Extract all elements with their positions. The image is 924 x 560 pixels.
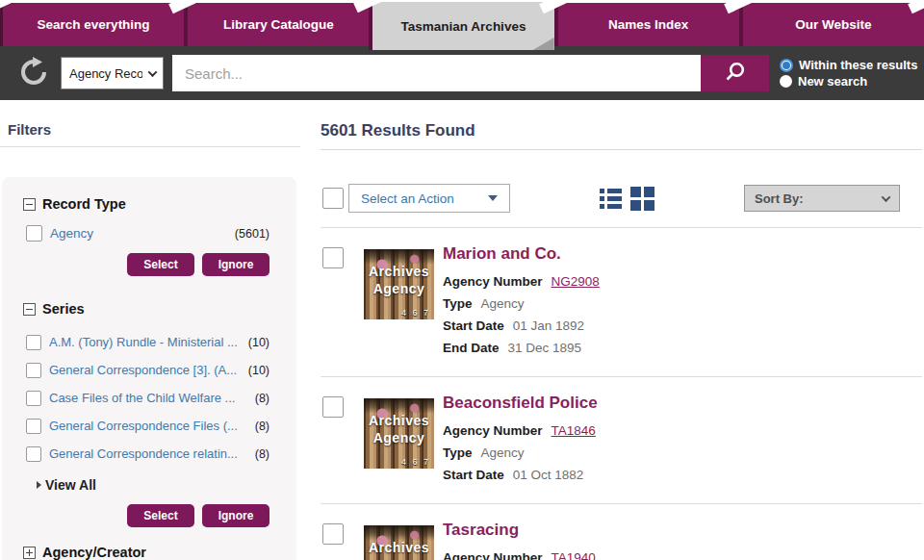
agency-number-link[interactable]: NG2908 bbox=[552, 274, 600, 289]
field-start-date: Start Date 01 Jan 1892 bbox=[443, 315, 600, 337]
divider bbox=[0, 146, 300, 147]
search-icon bbox=[723, 60, 748, 88]
series-group: Series A.M. (Tony) Rundle - Ministerial … bbox=[23, 301, 281, 527]
field-label: End Date bbox=[443, 341, 500, 355]
facet-count: (8) bbox=[255, 392, 281, 405]
agency-number-link[interactable]: TA1940 bbox=[552, 550, 596, 560]
thumbnail-text: Agency bbox=[364, 281, 434, 296]
radio-unselected-icon bbox=[780, 75, 792, 88]
series-checkbox[interactable] bbox=[26, 419, 41, 434]
record-type-buttons: Select Ignore bbox=[23, 253, 281, 276]
thumbnail-text: Agency bbox=[364, 430, 434, 445]
sort-by-dropdown[interactable]: Sort By: bbox=[744, 185, 900, 212]
series-checkbox[interactable] bbox=[26, 335, 41, 350]
agency-number-link[interactable]: TA1846 bbox=[552, 423, 596, 438]
search-button[interactable] bbox=[701, 55, 769, 91]
result-details: Tasracing Agency Number TA1940 bbox=[443, 520, 596, 560]
tab-label: Library Catalogue bbox=[223, 17, 334, 32]
tab-names-index[interactable]: Names Index bbox=[554, 3, 739, 46]
radio-label: New search bbox=[798, 74, 867, 89]
result-checkbox[interactable] bbox=[322, 523, 344, 545]
series-link[interactable]: General Correspondence Files (... bbox=[49, 419, 238, 433]
field-agency-number: Agency Number TA1846 bbox=[443, 420, 598, 442]
thumbnail-text: Archives bbox=[364, 264, 434, 279]
ignore-button[interactable]: Ignore bbox=[202, 504, 270, 527]
tab-label: Search everything bbox=[38, 17, 150, 32]
series-row: Case Files of the Child Welfare ... (8) bbox=[26, 384, 281, 412]
tab-tasmanian-archives[interactable]: Tasmanian Archives bbox=[369, 2, 553, 50]
search-input[interactable] bbox=[172, 55, 701, 91]
radio-new-search[interactable]: New search bbox=[780, 74, 917, 89]
facet-count: (10) bbox=[248, 336, 281, 349]
series-row: A.M. (Tony) Rundle - Ministerial ... (10… bbox=[26, 328, 281, 356]
series-header[interactable]: Series bbox=[23, 301, 281, 317]
result-row: Archives Agency 4 6 7 Beaconsfield Polic… bbox=[321, 376, 922, 503]
dropdown-arrow-icon bbox=[488, 195, 498, 201]
series-buttons: Select Ignore bbox=[23, 504, 281, 527]
facet-count: (10) bbox=[248, 364, 281, 377]
chevron-down-icon bbox=[882, 192, 891, 202]
result-checkbox[interactable] bbox=[322, 396, 344, 418]
facet-count: (8) bbox=[255, 420, 281, 433]
field-value: 01 Oct 1882 bbox=[513, 468, 584, 482]
series-link[interactable]: Case Files of the Child Welfare ... bbox=[49, 391, 235, 405]
field-label: Agency Number bbox=[443, 274, 543, 289]
results-count-heading: 5601 Results Found bbox=[321, 121, 922, 140]
series-checkbox[interactable] bbox=[26, 391, 41, 406]
field-end-date: End Date 31 Dec 1895 bbox=[443, 337, 600, 359]
series-link[interactable]: General Correspondence [3]. (A... bbox=[49, 363, 237, 377]
result-details: Marion and Co. Agency Number NG2908 Type… bbox=[443, 243, 600, 359]
series-link[interactable]: A.M. (Tony) Rundle - Ministerial ... bbox=[49, 335, 238, 349]
select-button[interactable]: Select bbox=[127, 253, 194, 276]
thumbnail-digits: 4 6 7 bbox=[401, 308, 430, 318]
search-scope-radios: Within these results New search bbox=[780, 56, 917, 90]
tab-label: Names Index bbox=[608, 17, 688, 32]
action-dropdown-value: Select an Action bbox=[361, 191, 454, 206]
series-row: General Correspondence relatin... (8) bbox=[26, 440, 281, 468]
agency-creator-heading: Agency/Creator bbox=[42, 545, 146, 560]
result-thumbnail[interactable]: Archives Agency 4 6 7 bbox=[364, 398, 434, 469]
search-category-select[interactable]: Agency Records bbox=[61, 57, 164, 89]
field-agency-number: Agency Number NG2908 bbox=[443, 270, 600, 293]
result-thumbnail[interactable]: Archives Agency 4 6 7 bbox=[364, 249, 434, 319]
agency-creator-header[interactable]: Agency/Creator bbox=[23, 545, 281, 560]
series-link[interactable]: General Correspondence relatin... bbox=[49, 446, 238, 461]
action-dropdown[interactable]: Select an Action bbox=[348, 184, 510, 213]
field-value: 31 Dec 1895 bbox=[508, 341, 582, 355]
collapse-icon[interactable] bbox=[23, 198, 36, 211]
series-checkbox[interactable] bbox=[26, 446, 41, 462]
thumbnail-text: Archives bbox=[364, 413, 434, 428]
result-thumbnail[interactable]: Archives Agency bbox=[364, 525, 434, 560]
filters-panel: Filters Record Type Agency (5601) Select… bbox=[0, 100, 306, 147]
tab-search-everything[interactable]: Search everything bbox=[0, 3, 184, 46]
result-title-link[interactable]: Tasracing bbox=[443, 520, 596, 541]
radio-within-results[interactable]: Within these results bbox=[780, 58, 917, 72]
list-view-icon[interactable] bbox=[600, 189, 622, 209]
field-start-date: Start Date 01 Oct 1882 bbox=[443, 464, 598, 486]
ignore-button[interactable]: Ignore bbox=[202, 253, 270, 276]
series-checkbox[interactable] bbox=[26, 363, 41, 378]
tab-library-catalogue[interactable]: Library Catalogue bbox=[184, 3, 369, 46]
view-all-link[interactable]: View All bbox=[37, 477, 281, 493]
record-type-heading: Record Type bbox=[42, 196, 126, 212]
result-title-link[interactable]: Marion and Co. bbox=[443, 243, 600, 265]
filters-heading: Filters bbox=[8, 121, 306, 138]
select-button[interactable]: Select bbox=[127, 504, 194, 527]
select-all-checkbox[interactable] bbox=[322, 188, 344, 209]
result-checkbox[interactable] bbox=[322, 247, 344, 268]
field-label: Type bbox=[443, 296, 473, 311]
grid-view-icon[interactable] bbox=[630, 187, 654, 211]
series-list: A.M. (Tony) Rundle - Ministerial ... (10… bbox=[23, 328, 281, 468]
collapse-icon[interactable] bbox=[23, 303, 36, 316]
refresh-icon[interactable] bbox=[17, 57, 50, 89]
facet-link-agency[interactable]: Agency bbox=[50, 226, 93, 241]
tab-our-website[interactable]: Our Website bbox=[739, 3, 924, 46]
tab-corner-notch bbox=[908, 0, 924, 13]
record-type-header[interactable]: Record Type bbox=[23, 196, 281, 212]
series-heading: Series bbox=[42, 301, 85, 317]
result-title-link[interactable]: Beaconsfield Police bbox=[443, 393, 598, 414]
expand-icon[interactable] bbox=[23, 547, 36, 559]
facet-count: (8) bbox=[255, 447, 281, 461]
agency-checkbox[interactable] bbox=[26, 225, 42, 242]
divider bbox=[321, 149, 922, 150]
